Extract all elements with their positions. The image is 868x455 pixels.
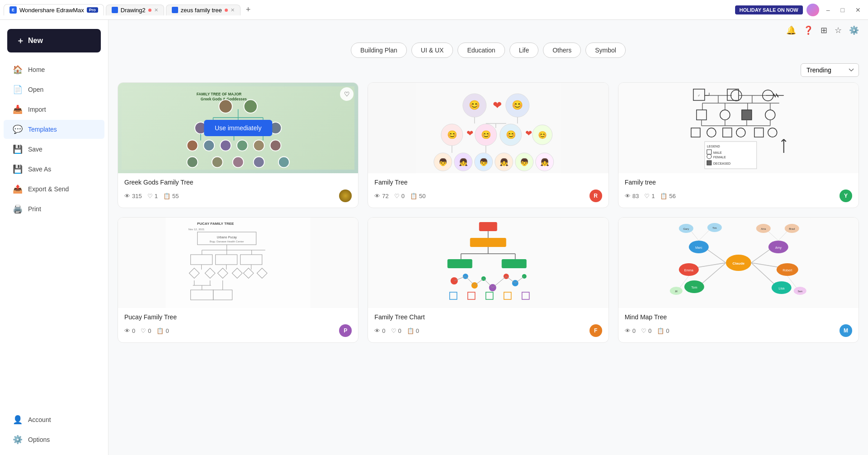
views-flow: 👁 0 (374, 327, 385, 334)
svg-text:❤: ❤ (493, 99, 502, 111)
svg-point-22 (270, 140, 281, 151)
svg-point-27 (278, 156, 289, 167)
copy-icon: 📋 (163, 193, 170, 199)
sidebar-item-home[interactable]: 🏠 Home (4, 60, 104, 79)
grid-icon[interactable]: ⊞ (821, 25, 827, 35)
copies-mindmap: 📋 0 (657, 327, 669, 334)
svg-rect-100 (707, 161, 711, 165)
minimize-button[interactable]: – (823, 5, 834, 14)
titlebar-right: HOLIDAY SALE ON NOW – □ ✕ (735, 4, 864, 16)
sidebar-options-label: Options (28, 436, 50, 443)
add-tab-button[interactable]: + (242, 5, 255, 14)
sidebar-home-label: Home (28, 66, 45, 73)
tab-drawing2[interactable]: Drawing2 ✕ (106, 5, 164, 15)
sidebar-item-import[interactable]: 📥 Import (4, 100, 104, 119)
holiday-sale-button[interactable]: HOLIDAY SALE ON NOW (735, 5, 803, 14)
print-icon: 🖨️ (13, 204, 23, 214)
user-avatar[interactable] (807, 4, 819, 16)
views-genogram: 👁 83 (625, 193, 639, 199)
use-immediately-button[interactable]: Use immediately (204, 120, 272, 136)
template-title-pucay: Pucay Family Tree (124, 313, 352, 321)
cat-building-plan[interactable]: Building Plan (351, 43, 407, 58)
sidebar-account-label: Account (28, 416, 51, 423)
app-tab-main[interactable]: E Wondershare EdrawMax Pro (4, 4, 104, 15)
svg-text:Lisa: Lisa (778, 287, 784, 290)
tab-dot-drawing2 (148, 9, 151, 12)
eye-icon-6: 👁 (625, 327, 631, 334)
svg-point-20 (237, 140, 248, 151)
eye-icon-3: 👁 (625, 193, 631, 199)
svg-text:👦: 👦 (520, 158, 529, 166)
templates-grid: FAMILY TREE OF MAJOR Greek Gods & Goddes… (108, 82, 868, 352)
tab-zeus[interactable]: zeus family tree ✕ (166, 5, 241, 15)
copies-genogram: 📋 56 (660, 193, 675, 199)
heart-icon: ♡ (147, 193, 153, 199)
topbar-icons: 🔔 ❓ ⊞ ☆ ⚙️ (108, 25, 868, 39)
author-avatar-family: R (590, 190, 602, 202)
family-tree-svg: 😊 ❤ 😊 😊 ❤ 😊 😊 ❤ 😊 (368, 83, 608, 173)
template-card-greek-gods[interactable]: FAMILY TREE OF MAJOR Greek Gods & Goddes… (118, 82, 359, 208)
maximize-button[interactable]: □ (837, 5, 848, 14)
close-button[interactable]: ✕ (852, 5, 864, 14)
template-title-family: Family Tree (374, 179, 602, 186)
svg-text:Tim: Tim (712, 227, 717, 229)
svg-point-18 (203, 140, 214, 151)
help-icon[interactable]: ❓ (803, 25, 813, 35)
import-icon: 📥 (13, 104, 23, 114)
cat-life[interactable]: Life (509, 43, 539, 58)
template-card-mindmap[interactable]: Claude Marc Emma Tom Amy (618, 217, 859, 343)
top-bar: 🔔 ❓ ⊞ ☆ ⚙️ Building Plan UI & UX Educati… (108, 20, 868, 82)
svg-rect-148 (502, 259, 527, 268)
tab-dot-zeus (225, 9, 228, 12)
copies-flow: 📋 0 (407, 327, 419, 334)
template-card-flow[interactable]: Family Tree Chart 👁 0 ♡ 0 📋 0 (368, 217, 609, 343)
tab-close-drawing2[interactable]: ✕ (154, 7, 158, 13)
sidebar-item-templates[interactable]: 💬 Templates (4, 120, 104, 139)
cat-others[interactable]: Others (543, 43, 581, 58)
template-card-family-tree[interactable]: 😊 ❤ 😊 😊 ❤ 😊 😊 ❤ 😊 (368, 82, 609, 208)
svg-text:Sam: Sam (797, 290, 802, 293)
sidebar: ＋ New 🏠 Home 📄 Open 📥 Import 💬 Templates… (0, 20, 108, 455)
author-avatar-flow: F (590, 324, 602, 337)
template-info-mindmap: Mind Map Tree 👁 0 ♡ 0 📋 0 (618, 308, 859, 342)
heart-icon-3: ♡ (644, 193, 650, 199)
sidebar-item-saveas[interactable]: 💾 Save As (4, 160, 104, 179)
cat-ui-ux[interactable]: UI & UX (411, 43, 453, 58)
template-thumb-mindmap: Claude Marc Emma Tom Amy (618, 218, 859, 308)
likes-greek: ♡ 1 (147, 193, 158, 199)
copy-icon-3: 📋 (660, 193, 667, 199)
sidebar-item-print[interactable]: 🖨️ Print (4, 199, 104, 218)
template-card-genogram[interactable]: ♂ (618, 82, 859, 208)
sidebar-item-save[interactable]: 💾 Save (4, 140, 104, 159)
svg-text:Robert: Robert (783, 269, 792, 272)
template-title-mindmap: Mind Map Tree (625, 313, 852, 321)
eye-icon-4: 👁 (124, 327, 130, 334)
settings-icon[interactable]: ⚙️ (849, 25, 859, 35)
heart-icon-5: ♡ (391, 327, 396, 334)
new-icon: ＋ (16, 35, 24, 46)
svg-text:Tom: Tom (691, 286, 697, 289)
sort-dropdown[interactable]: Trending Newest Most Popular (801, 63, 859, 77)
svg-text:PUCAY FAMILY TREE: PUCAY FAMILY TREE (197, 222, 234, 226)
svg-text:Urbano Pucay: Urbano Pucay (217, 236, 237, 239)
bookmark-icon[interactable]: ☆ (835, 25, 842, 35)
copy-icon-2: 📋 (410, 193, 417, 199)
svg-text:👦: 👦 (439, 158, 448, 166)
sidebar-item-options[interactable]: ⚙️ Options (4, 430, 104, 449)
svg-rect-81 (741, 110, 751, 120)
sidebar-item-open[interactable]: 📄 Open (4, 80, 104, 99)
template-info-family: Family Tree 👁 72 ♡ 0 📋 50 (368, 173, 608, 208)
copy-icon-6: 📋 (657, 327, 664, 334)
tab-close-zeus[interactable]: ✕ (231, 7, 235, 13)
template-card-pucay[interactable]: PUCAY FAMILY TREE Nov 12, 2021 Urbano Pu… (118, 217, 359, 343)
new-button[interactable]: ＋ New (7, 29, 101, 52)
cat-symbol[interactable]: Symbol (585, 43, 626, 58)
cat-education[interactable]: Education (458, 43, 505, 58)
notification-icon[interactable]: 🔔 (786, 25, 796, 35)
sidebar-item-export[interactable]: 📤 Export & Send (4, 180, 104, 199)
pucay-svg: PUCAY FAMILY TREE Nov 12, 2021 Urbano Pu… (118, 218, 358, 308)
sidebar-item-account[interactable]: 👤 Account (4, 410, 104, 429)
flow-svg (368, 218, 608, 308)
svg-text:👦: 👦 (479, 158, 488, 166)
template-info-genogram: Family tree 👁 83 ♡ 1 📋 56 (618, 173, 859, 208)
